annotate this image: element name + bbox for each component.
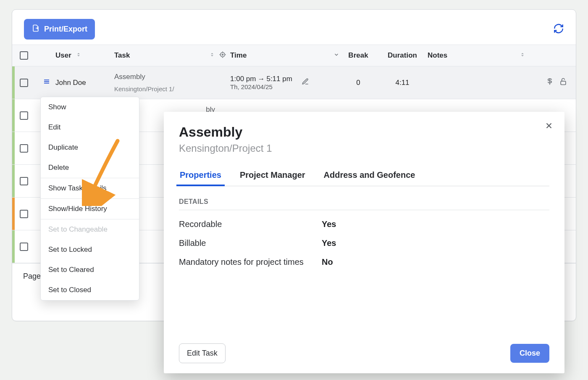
- modal-tabs: Properties Project Manager Address and G…: [179, 167, 549, 186]
- print-export-label: Print/Export: [44, 25, 87, 34]
- menu-show[interactable]: Show: [41, 97, 139, 117]
- recordable-value: Yes: [322, 219, 336, 229]
- export-icon: [32, 24, 40, 34]
- user-name: John Doe: [55, 79, 86, 87]
- target-icon: [219, 51, 226, 61]
- close-button[interactable]: [544, 121, 554, 132]
- date: Th, 2024/04/25: [230, 83, 292, 90]
- modal-close-button[interactable]: Close: [510, 344, 549, 363]
- svg-rect-2: [561, 81, 566, 84]
- modal-breadcrumb: Kensington/Project 1: [179, 142, 549, 154]
- refresh-button[interactable]: [553, 23, 564, 36]
- row-menu-button[interactable]: [43, 78, 50, 87]
- column-duration-label: Duration: [388, 51, 417, 60]
- mandatory-notes-value: No: [322, 257, 333, 267]
- menu-set-locked[interactable]: Set to Locked: [41, 240, 139, 260]
- sort-icon: [209, 51, 215, 60]
- column-notes-label: Notes: [428, 51, 447, 60]
- column-task-label: Task: [114, 51, 130, 60]
- task-details-modal: Assembly Kensington/Project 1 Properties…: [164, 112, 564, 373]
- column-target[interactable]: [215, 51, 230, 61]
- edit-task-button[interactable]: Edit Task: [179, 343, 226, 363]
- menu-show-task-details[interactable]: Show Task Details: [41, 178, 139, 198]
- unlocked-icon[interactable]: [559, 77, 567, 88]
- recordable-label: Recordable: [179, 219, 322, 229]
- column-user[interactable]: User: [55, 51, 114, 60]
- column-time-label: Time: [230, 51, 247, 60]
- menu-set-cleared[interactable]: Set to Cleared: [41, 260, 139, 280]
- modal-title: Assembly: [179, 124, 549, 140]
- column-user-label: User: [55, 51, 71, 60]
- svg-point-1: [222, 54, 223, 55]
- column-break[interactable]: Break: [339, 51, 377, 60]
- task-title: Assembly: [114, 73, 145, 81]
- mandatory-notes-label: Mandatory notes for project times: [179, 257, 322, 267]
- row-context-menu: Show Edit Duplicate Delete Show Task Det…: [40, 97, 139, 301]
- tab-project-manager[interactable]: Project Manager: [239, 167, 306, 186]
- break-value: 0: [356, 79, 360, 87]
- column-time[interactable]: Time: [230, 51, 339, 60]
- menu-show-hide-history[interactable]: Show/Hide History: [41, 199, 139, 219]
- table-row[interactable]: John Doe Assembly Kensington/Project 1/ …: [12, 66, 576, 99]
- column-duration[interactable]: Duration: [377, 51, 428, 60]
- column-break-label: Break: [348, 51, 368, 60]
- toolbar: Print/Export: [12, 10, 576, 45]
- menu-duplicate[interactable]: Duplicate: [41, 137, 139, 158]
- billable-value: Yes: [322, 238, 336, 248]
- section-details-label: DETAILS: [179, 198, 549, 206]
- print-export-button[interactable]: Print/Export: [24, 19, 95, 40]
- menu-set-changeable: Set to Changeable: [41, 219, 139, 240]
- menu-delete[interactable]: Delete: [41, 158, 139, 178]
- row-checkbox[interactable]: [20, 79, 28, 87]
- column-task[interactable]: Task: [114, 51, 215, 60]
- edit-time-button[interactable]: [297, 78, 309, 87]
- column-notes[interactable]: Notes: [428, 51, 534, 60]
- row-checkbox[interactable]: [20, 111, 28, 120]
- time-range: 1:00 pm→5:11 pm: [230, 75, 292, 83]
- sort-icon: [520, 51, 525, 60]
- sort-icon: [76, 51, 81, 60]
- tab-properties[interactable]: Properties: [179, 167, 222, 186]
- duration-value: 4:11: [395, 79, 409, 87]
- menu-edit[interactable]: Edit: [41, 117, 139, 137]
- billable-label: Billable: [179, 238, 322, 248]
- chevron-down-icon: [333, 51, 339, 60]
- row-checkbox[interactable]: [20, 210, 28, 218]
- select-all-checkbox[interactable]: [20, 51, 28, 60]
- row-checkbox[interactable]: [20, 144, 28, 153]
- billable-icon[interactable]: [546, 77, 554, 88]
- tab-address-geofence[interactable]: Address and Geofence: [323, 167, 416, 186]
- row-checkbox[interactable]: [20, 177, 28, 185]
- task-path: Kensington/Project 1/: [114, 85, 174, 92]
- table-header: User Task Time Break Duration Notes: [12, 45, 576, 66]
- row-checkbox[interactable]: [20, 243, 28, 251]
- svg-point-0: [220, 52, 225, 57]
- menu-set-closed[interactable]: Set to Closed: [41, 280, 139, 300]
